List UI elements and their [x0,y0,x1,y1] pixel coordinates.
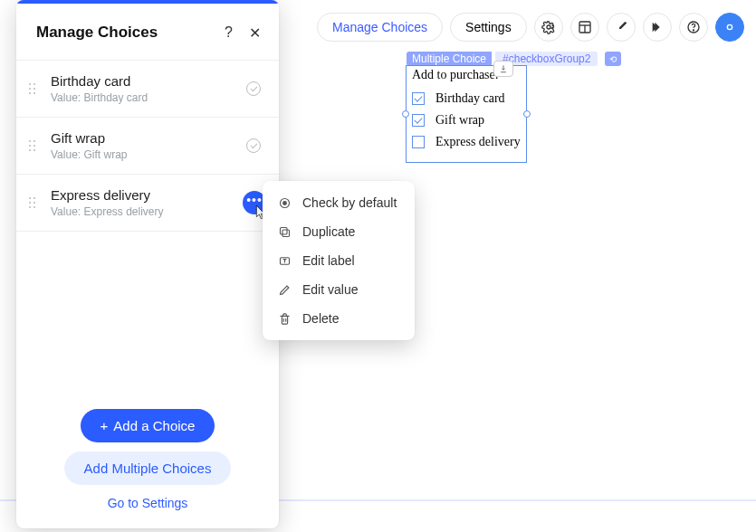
resize-handle-left[interactable] [402,110,409,118]
text-icon [277,254,292,268]
svg-point-7 [282,201,286,204]
menu-edit-label[interactable]: Edit label [263,246,415,275]
drag-handle-icon[interactable] [29,197,42,209]
manage-choices-panel: Manage Choices ? ✕ Birthday card Value: … [16,0,279,528]
brush-icon[interactable] [607,13,636,42]
link-icon[interactable]: ⟲ [605,52,621,66]
choice-item[interactable]: Gift wrap Value: Gift wrap [16,118,279,175]
checkbox-label: Birthday card [435,91,505,106]
element-label: Multiple Choice #checkboxGroup2 ⟲ [407,52,621,66]
menu-item-label: Delete [302,311,339,326]
help-icon[interactable] [679,13,708,42]
download-icon[interactable] [493,61,513,77]
add-choice-button[interactable]: + Add a Choice [81,409,215,442]
tab-manage-choices[interactable]: Manage Choices [317,13,443,42]
svg-rect-8 [282,230,290,237]
close-icon[interactable]: ✕ [249,24,261,42]
editor-toolbar: Manage Choices Settings [317,13,744,42]
checkbox-option[interactable]: Birthday card [412,91,521,106]
menu-item-label: Edit label [302,253,355,268]
panel-title: Manage Choices [36,24,158,42]
svg-rect-9 [280,227,287,234]
menu-delete[interactable]: Delete [263,304,415,333]
checkbox-icon[interactable] [412,136,425,148]
choice-value: Value: Gift wrap [51,148,246,161]
choice-item[interactable]: Express delivery Value: Express delivery… [16,175,279,232]
drag-handle-icon[interactable] [29,140,42,152]
choice-title: Express delivery [51,187,243,203]
choice-item[interactable]: Birthday card Value: Birthday card [16,61,279,118]
context-menu: Check by default Duplicate Edit label Ed… [263,181,415,340]
panel-footer: + Add a Choice Add Multiple Choices Go t… [16,394,279,528]
checkbox-label: Gift wrap [435,113,484,128]
checkbox-option[interactable]: Gift wrap [412,113,521,128]
plus-icon: + [100,418,109,433]
panel-header: Manage Choices ? ✕ [16,4,279,60]
choice-value: Value: Birthday card [51,91,246,104]
connect-icon[interactable] [715,13,744,42]
pencil-icon [277,283,292,297]
layout-icon[interactable] [570,13,599,42]
menu-check-by-default[interactable]: Check by default [263,188,415,217]
svg-point-0 [547,25,550,29]
choice-title: Gift wrap [51,130,246,146]
choice-value: Value: Express delivery [51,205,243,218]
checkbox-icon[interactable] [412,114,425,127]
menu-duplicate[interactable]: Duplicate [263,217,415,246]
checkbox-label: Express delivery [435,135,521,149]
checked-by-default-icon[interactable] [246,81,261,96]
radio-icon [277,196,292,210]
checkbox-group-element[interactable]: Add to purchase: * Birthday card Gift wr… [406,65,527,163]
menu-edit-value[interactable]: Edit value [263,275,415,304]
add-multiple-choices-button[interactable]: Add Multiple Choices [64,451,232,485]
add-choice-label: Add a Choice [113,418,195,433]
choice-title: Birthday card [51,73,246,89]
menu-item-label: Duplicate [302,224,355,239]
menu-item-label: Check by default [302,195,397,210]
tab-settings[interactable]: Settings [450,13,527,42]
resize-handle-right[interactable] [523,110,531,118]
checkbox-option[interactable]: Express delivery [412,135,521,149]
go-to-settings-link[interactable]: Go to Settings [108,496,188,510]
svg-point-5 [693,30,694,31]
menu-item-label: Edit value [302,282,358,297]
checked-by-default-icon[interactable] [246,138,261,153]
checkbox-icon[interactable] [412,92,425,105]
choice-list: Birthday card Value: Birthday card Gift … [16,60,279,232]
drag-handle-icon[interactable] [29,83,42,95]
help-icon[interactable]: ? [225,24,233,41]
trash-icon [277,312,292,326]
animation-icon[interactable] [643,13,672,42]
gear-icon[interactable] [534,13,563,42]
duplicate-icon [277,225,292,239]
element-type-badge: Multiple Choice [407,52,492,66]
